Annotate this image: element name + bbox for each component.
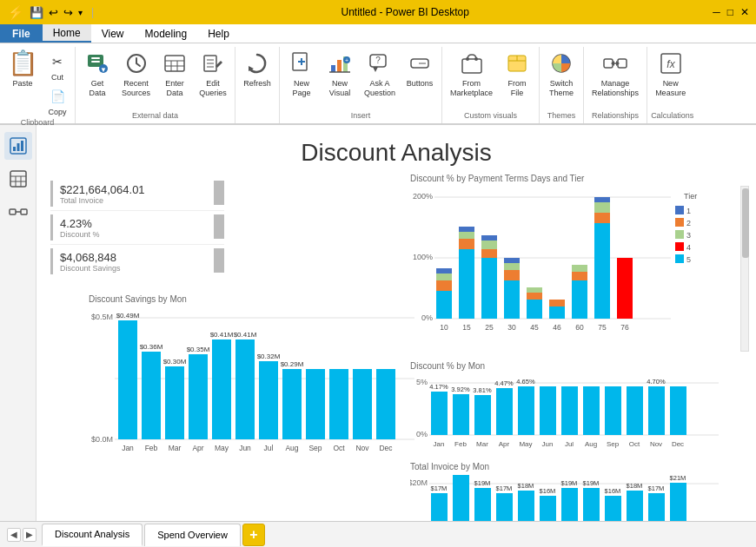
title-dropdown-icon[interactable]: ▾ (78, 8, 83, 17)
chart-scrollbar[interactable] (740, 186, 749, 352)
svg-text:25: 25 (485, 323, 494, 332)
sidebar-report-icon[interactable] (4, 132, 32, 160)
svg-rect-154 (474, 395, 491, 435)
enter-data-icon (161, 49, 189, 77)
svg-rect-186 (453, 475, 469, 521)
svg-rect-192 (518, 491, 534, 521)
discount-pct-svg: 5% 0% 4.17% 3.92% 3.81% 4.47% 4.65% 4.70… (410, 374, 732, 457)
svg-rect-65 (189, 354, 208, 439)
svg-text:$0.5M: $0.5M (91, 313, 113, 321)
new-visual-icon: + (326, 49, 354, 77)
switch-theme-button[interactable]: SwitchTheme (543, 47, 580, 101)
main-canvas: Discount Analysis $221,664,064.01 Total … (36, 125, 756, 521)
add-tab-button[interactable]: + (242, 524, 265, 546)
themes-group: SwitchTheme Themes (540, 47, 584, 123)
discount-tier-chart[interactable]: Discount % by Payment Terms Days and Tie… (410, 174, 749, 352)
undo-icon[interactable]: ↩ (49, 6, 58, 19)
svg-rect-109 (504, 280, 520, 319)
title-bar-icons: 💾 ↩ ↪ ▾ | (30, 6, 97, 19)
svg-rect-45 (21, 141, 23, 151)
custom-visuals-label: Custom visuals (446, 111, 535, 122)
edit-queries-icon (199, 49, 227, 77)
svg-text:Apr: Apr (192, 444, 203, 452)
new-measure-button[interactable]: fx NewMeasure (651, 47, 690, 101)
svg-rect-2 (91, 61, 100, 63)
svg-text:Jan: Jan (122, 444, 134, 452)
svg-rect-123 (594, 202, 610, 213)
svg-text:$0.30M: $0.30M (163, 358, 187, 366)
manage-relationships-icon (601, 49, 629, 77)
home-menu[interactable]: Home (43, 24, 91, 43)
svg-text:3.81%: 3.81% (473, 386, 492, 394)
report-title: Discount Analysis (36, 125, 756, 175)
close-btn[interactable]: ✕ (740, 6, 749, 18)
sidebar-data-icon[interactable] (4, 165, 32, 193)
discount-tier-svg: 200% 100% 0% (410, 187, 723, 347)
chart-scrollbar-thumb (742, 188, 749, 258)
svg-text:$17M: $17M (431, 484, 448, 492)
total-invoice-chart[interactable]: Total Invoice by Mon $20M $0M $17M $24M … (410, 462, 749, 521)
modeling-menu[interactable]: Modeling (134, 24, 197, 43)
tab-spend-overview[interactable]: Spend Overview (144, 524, 241, 546)
svg-rect-111 (504, 263, 520, 270)
get-data-button[interactable]: ▼ GetData (79, 47, 116, 101)
svg-point-31 (466, 57, 469, 61)
save-icon[interactable]: 💾 (30, 6, 43, 19)
edit-queries-button[interactable]: EditQueries (195, 47, 231, 101)
menu-bar: File Home View Modeling Help (0, 24, 756, 43)
kpi-discount-savings-label: Discount Savings (60, 264, 121, 273)
switch-theme-icon (547, 49, 575, 77)
svg-text:4.65%: 4.65% (516, 378, 535, 386)
ask-question-button[interactable]: ? Ask AQuestion (360, 47, 400, 101)
sidebar-model-icon[interactable] (4, 198, 32, 226)
svg-text:5: 5 (686, 255, 691, 264)
svg-rect-118 (572, 280, 587, 319)
svg-rect-30 (462, 59, 481, 73)
recent-sources-button[interactable]: RecentSources (117, 47, 155, 101)
discount-pct-chart[interactable]: Discount % by Mon 5% 0% 4.17% 3.92% 3.81… (410, 361, 749, 457)
minimize-btn[interactable]: ─ (713, 6, 720, 18)
view-menu[interactable]: View (91, 24, 135, 43)
svg-rect-63 (165, 366, 184, 439)
refresh-icon (243, 49, 271, 77)
maximize-btn[interactable]: □ (727, 6, 733, 18)
kpi-discount-savings-value: $4,068,848 (60, 251, 121, 264)
svg-text:$21M: $21M (670, 475, 686, 482)
discount-savings-chart[interactable]: Discount Savings by Mon $0.5M $0.0M $0.4… (89, 294, 428, 464)
total-invoice-title: Total Invoice by Mon (410, 462, 749, 471)
svg-text:$0.49M: $0.49M (116, 312, 140, 320)
copy-icon: 📄 (48, 87, 67, 106)
help-menu[interactable]: Help (197, 24, 240, 43)
svg-text:May: May (519, 440, 532, 448)
file-menu[interactable]: File (0, 24, 43, 43)
window-title: Untitled - Power BI Desktop (341, 6, 468, 18)
svg-text:$0.41M: $0.41M (234, 331, 257, 339)
kpi-total-invoice-value: $221,664,064.01 (60, 183, 145, 196)
cut-button[interactable]: ✂ Cut (43, 50, 71, 83)
new-visual-button[interactable]: + NewVisual (322, 47, 358, 101)
manage-relationships-button[interactable]: ManageRelationships (587, 47, 643, 101)
refresh-button[interactable]: Refresh (239, 47, 275, 91)
svg-text:?: ? (375, 56, 381, 65)
svg-text:$17M: $17M (496, 484, 513, 492)
new-page-button[interactable]: NewPage (283, 47, 320, 101)
from-marketplace-button[interactable]: FromMarketplace (446, 47, 497, 101)
ribbon: 📋 Paste ✂ Cut 📄 Copy Clipboard ▼ (0, 43, 756, 125)
from-file-button[interactable]: FromFile (499, 47, 535, 101)
paste-button[interactable]: 📋 Paste (3, 47, 42, 91)
relationships-group: ManageRelationships Relationships (584, 47, 647, 123)
svg-rect-116 (549, 306, 565, 319)
copy-button[interactable]: 📄 Copy (43, 85, 71, 118)
redo-icon[interactable]: ↪ (63, 6, 73, 19)
svg-text:Sep: Sep (607, 440, 620, 448)
buttons-button[interactable]: Buttons (401, 47, 438, 91)
svg-rect-200 (605, 496, 621, 521)
app-logo: ⚡ (7, 4, 24, 21)
svg-rect-52 (21, 209, 27, 214)
svg-text:75: 75 (598, 323, 607, 332)
tab-nav-next[interactable]: ▶ (23, 528, 36, 542)
tab-discount-analysis[interactable]: Discount Analysis (42, 524, 143, 546)
paste-icon: 📋 (9, 49, 36, 77)
enter-data-button[interactable]: EnterData (156, 47, 193, 101)
tab-nav-prev[interactable]: ◀ (7, 528, 21, 542)
